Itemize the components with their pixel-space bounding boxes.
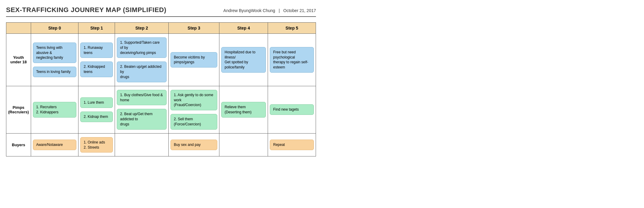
corner-cell	[6, 23, 31, 34]
pimps-step2: 1. Buy clothes/Give food & home 2. Beat …	[115, 86, 169, 133]
page-title: SEX-TRAFFICKING JOUNREY MAP (SIMPLIFIED)	[6, 6, 166, 14]
page-meta: Andrew ByungWook Chung | October 21, 201…	[223, 8, 316, 13]
label-pimps: Pimps (Recruiers)	[6, 86, 31, 133]
youth-step0: Teens living with abusive &neglecting fa…	[31, 34, 78, 86]
row-buyers: Buyers Aware/Notaware 1. Online ads2. St…	[6, 133, 316, 156]
youth-step2-card1: 1. Supported/Taken care of bydeceiving/l…	[117, 37, 167, 58]
buyers-step0-card1: Aware/Notaware	[33, 140, 77, 150]
youth-step0-card2: Teens in loving family	[33, 67, 77, 77]
pimps-step3: 1. Ask gently to do some work(Fraud/Coer…	[168, 86, 219, 133]
pimps-step5: Find new tagets	[268, 86, 316, 133]
pimps-step4-card1: Relieve them (Deserting them)	[221, 102, 266, 118]
youth-step1-card1: 1. Runaway teens	[80, 43, 113, 58]
col-step1: Step 1	[78, 23, 115, 34]
pimps-step2-card1: 1. Buy clothes/Give food & home	[117, 90, 167, 106]
author: Andrew ByungWook Chung	[223, 8, 275, 13]
pimps-step1: 1. Lure them 2. Kidnap them	[78, 86, 115, 133]
youth-step4-card1: Hospitalized due to illness/Get spotted …	[221, 47, 266, 73]
buyers-step3-card1: Buy sex and pay	[171, 140, 217, 150]
label-buyers: Buyers	[6, 133, 31, 156]
pimps-step5-card1: Find new tagets	[270, 104, 314, 115]
youth-step3-card1: Become vicitims bypimps/gangs	[171, 52, 217, 68]
pimps-step1-card2: 2. Kidnap them	[80, 112, 113, 122]
youth-step5-card1: Free but need psychologicaltherapy to re…	[270, 47, 314, 73]
page-header: SEX-TRAFFICKING JOUNREY MAP (SIMPLIFIED)…	[6, 6, 316, 17]
col-step0: Step 0	[31, 23, 78, 34]
pimps-step0-card1: 1. Recruiters2. Kidnappers	[33, 102, 77, 118]
col-step4: Step 4	[219, 23, 268, 34]
journey-table: Step 0 Step 1 Step 2 Step 3 Step 4 Step …	[6, 22, 316, 156]
buyers-step5: Repeat	[268, 133, 316, 156]
pimps-step1-card1: 1. Lure them	[80, 97, 113, 108]
youth-step1: 1. Runaway teens 2. Kidnapped teens	[78, 34, 115, 86]
row-youth: Youth under 18 Teens living with abusive…	[6, 34, 316, 86]
label-youth: Youth under 18	[6, 34, 31, 86]
separator: |	[276, 8, 282, 13]
buyers-step3: Buy sex and pay	[168, 133, 219, 156]
buyers-step4	[219, 133, 268, 156]
buyers-step0: Aware/Notaware	[31, 133, 78, 156]
col-step5: Step 5	[268, 23, 316, 34]
pimps-step4: Relieve them (Deserting them)	[219, 86, 268, 133]
youth-step0-card1: Teens living with abusive &neglecting fa…	[33, 43, 77, 63]
youth-step4: Hospitalized due to illness/Get spotted …	[219, 34, 268, 86]
row-pimps: Pimps (Recruiers) 1. Recruiters2. Kidnap…	[6, 86, 316, 133]
youth-step1-card2: 2. Kidnapped teens	[80, 61, 113, 77]
pimps-step0: 1. Recruiters2. Kidnappers	[31, 86, 78, 133]
pimps-step3-card2: 2. Sell them (Force/Coercion)	[171, 114, 217, 130]
youth-step2: 1. Supported/Taken care of bydeceiving/l…	[115, 34, 169, 86]
pimps-step2-card2: 2. Beat up/Get them addicted todrugs	[117, 109, 167, 129]
buyers-step2	[115, 133, 169, 156]
buyers-step1: 1. Online ads2. Streets	[78, 133, 115, 156]
youth-step3: Become vicitims bypimps/gangs	[168, 34, 219, 86]
col-step3: Step 3	[168, 23, 219, 34]
youth-step5: Free but need psychologicaltherapy to re…	[268, 34, 316, 86]
buyers-step1-card1: 1. Online ads2. Streets	[80, 137, 113, 153]
date: October 21, 2017	[283, 8, 316, 13]
header-row: Step 0 Step 1 Step 2 Step 3 Step 4 Step …	[6, 23, 316, 34]
pimps-step3-card1: 1. Ask gently to do some work(Fraud/Coer…	[171, 90, 217, 110]
col-step2: Step 2	[115, 23, 169, 34]
buyers-step5-card1: Repeat	[270, 140, 314, 150]
youth-step2-card2: 2. Beaten up/get addicted bydrugs	[117, 61, 167, 82]
